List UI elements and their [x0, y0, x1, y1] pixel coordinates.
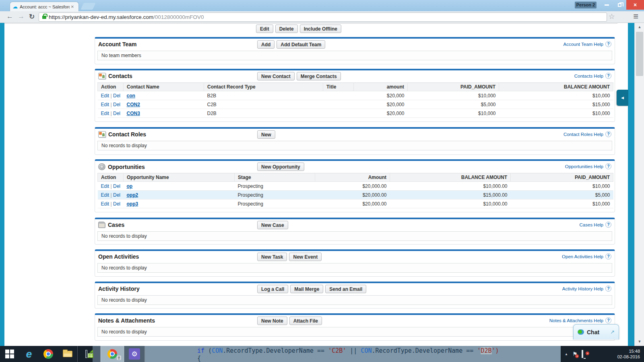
start-button[interactable]: [0, 346, 19, 362]
contact-name-link[interactable]: CON3: [127, 111, 140, 116]
edit-link[interactable]: Edit: [101, 192, 109, 198]
help-icon[interactable]: ?: [605, 41, 611, 47]
edit-link[interactable]: Edit: [101, 183, 109, 189]
settings-app-button[interactable]: ⚙: [124, 346, 145, 362]
del-link[interactable]: Del: [113, 201, 120, 207]
cases-help-link[interactable]: Cases Help: [580, 222, 603, 227]
edit-link[interactable]: Edit: [101, 201, 109, 207]
window-minimize-button[interactable]: [601, 0, 613, 10]
window-restore-button[interactable]: [613, 0, 625, 10]
right-sidebar-strip: [628, 23, 634, 346]
https-lock-icon[interactable]: [42, 16, 46, 19]
contact-name-link[interactable]: CON2: [127, 102, 140, 107]
openoffice-button[interactable]: [77, 346, 101, 362]
scrollbar-thumb[interactable]: [636, 32, 643, 76]
balance-amount-cell: $10,000.00: [390, 182, 511, 191]
open-activities-title: Open Activities: [98, 253, 139, 260]
contact-roles-help-link[interactable]: Contact Roles Help: [564, 132, 603, 137]
refresh-icon[interactable]: ↻: [29, 12, 35, 21]
edit-link[interactable]: Edit: [101, 93, 109, 99]
delete-button[interactable]: Delete: [275, 25, 298, 33]
add-default-team-button[interactable]: Add Default Team: [277, 40, 325, 49]
opportunity-name-link[interactable]: opp2: [127, 192, 138, 198]
edit-link[interactable]: Edit: [101, 102, 109, 107]
chat-popout-icon[interactable]: ↗: [610, 329, 615, 335]
new-event-button[interactable]: New Event: [289, 253, 322, 261]
chat-widget[interactable]: Chat ↗: [573, 324, 619, 339]
opportunities-help-link[interactable]: Opportunities Help: [565, 164, 603, 169]
file-explorer-button[interactable]: [58, 346, 77, 362]
add-button[interactable]: Add: [257, 40, 275, 49]
bookmark-star-icon[interactable]: ☆: [609, 12, 615, 21]
column-header: Action: [98, 173, 124, 182]
window-close-button[interactable]: ×: [626, 0, 644, 10]
help-icon[interactable]: ?: [605, 253, 611, 259]
chrome-button[interactable]: [39, 346, 58, 362]
contacts-help-link[interactable]: Contacts Help: [574, 74, 603, 78]
section-cases: Cases New Case Cases Help ? No records t…: [95, 218, 615, 245]
new-contact-button[interactable]: New Contact: [257, 72, 295, 80]
title-cell: [323, 100, 354, 109]
help-icon[interactable]: ?: [605, 163, 611, 169]
opportunities-table: Action Opportunity Name Stage Amount BAL…: [97, 173, 613, 208]
contact-roles-empty-text: No records to display: [97, 141, 612, 150]
open-activities-help-link[interactable]: Open Activities Help: [562, 254, 603, 259]
include-offline-button[interactable]: Include Offline: [300, 25, 341, 33]
stage-cell: Prospecting: [235, 182, 315, 191]
tab-close-icon[interactable]: ×: [71, 4, 74, 10]
del-link[interactable]: Del: [113, 192, 120, 198]
tray-expand-icon[interactable]: ▲: [565, 352, 568, 356]
scroll-down-icon[interactable]: ▼: [635, 338, 644, 345]
del-link[interactable]: Del: [113, 111, 120, 116]
table-row: Edit | Del opp3 Prospecting $20,000.00 $…: [98, 200, 613, 208]
taskbar-clock[interactable]: 15:48 02-08-2016: [617, 348, 640, 360]
chrome-profile-window-button[interactable]: [101, 346, 124, 362]
chrome-profile-badge[interactable]: Person 2: [575, 2, 597, 8]
new-case-button[interactable]: New Case: [257, 221, 288, 229]
page-scrollbar[interactable]: ▲ ▼: [634, 23, 644, 346]
edit-link[interactable]: Edit: [101, 111, 109, 116]
help-icon[interactable]: ?: [605, 286, 611, 292]
internet-explorer-button[interactable]: e: [19, 346, 39, 362]
log-a-call-button[interactable]: Log a Call: [257, 285, 288, 293]
opportunity-name-link[interactable]: op: [127, 183, 133, 189]
code-text: if (CON.RecordType.DeveloperName == 'C2B…: [197, 347, 499, 362]
activity-history-title: Activity History: [98, 286, 140, 292]
edit-button[interactable]: Edit: [256, 25, 273, 33]
del-link[interactable]: Del: [113, 93, 120, 99]
forward-icon[interactable]: →: [18, 12, 25, 21]
activity-history-help-link[interactable]: Activity History Help: [562, 286, 603, 291]
browser-tab[interactable]: ☁ Account: accc ~ Salesforce ×: [10, 2, 79, 11]
browser-menu-icon[interactable]: ≡: [633, 11, 638, 22]
del-link[interactable]: Del: [113, 102, 120, 107]
notes-attachments-help-link[interactable]: Notes & Attachments Help: [549, 318, 603, 323]
help-icon[interactable]: ?: [605, 73, 611, 79]
del-link[interactable]: Del: [113, 183, 120, 189]
error-badge: [575, 354, 579, 358]
new-opportunity-button[interactable]: New Opportunity: [257, 162, 304, 171]
opportunity-name-link[interactable]: opp3: [127, 201, 138, 207]
new-note-button[interactable]: New Note: [257, 317, 287, 325]
new-contact-role-button[interactable]: New: [257, 130, 275, 139]
back-icon[interactable]: ←: [6, 12, 13, 21]
merge-contacts-button[interactable]: Merge Contacts: [297, 72, 341, 80]
contacts-icon: [98, 73, 106, 79]
help-icon[interactable]: ?: [605, 317, 611, 323]
send-an-email-button[interactable]: Send an Email: [325, 285, 366, 293]
mail-merge-button[interactable]: Mail Merge: [290, 285, 323, 293]
column-header: Contact Record Type: [204, 83, 323, 91]
help-icon[interactable]: ?: [605, 222, 611, 228]
balance-amount-cell: $10,000.00: [390, 200, 511, 208]
divider: [4, 23, 617, 24]
action-center-flag-icon[interactable]: ⚑: [572, 351, 578, 357]
address-bar[interactable]: https://priyankan-dev-ed.my.salesforce.c…: [39, 12, 607, 22]
new-task-button[interactable]: New Task: [257, 253, 287, 261]
sidebar-collapse-tab[interactable]: ◀: [617, 90, 628, 106]
scroll-up-icon[interactable]: ▲: [635, 24, 644, 31]
new-tab-button[interactable]: [80, 3, 96, 10]
help-icon[interactable]: ?: [605, 131, 611, 137]
attach-file-button[interactable]: Attach File: [289, 317, 322, 325]
contact-name-link[interactable]: con: [127, 93, 135, 99]
account-team-help-link[interactable]: Account Team Help: [563, 42, 603, 47]
network-icon[interactable]: [582, 351, 583, 357]
